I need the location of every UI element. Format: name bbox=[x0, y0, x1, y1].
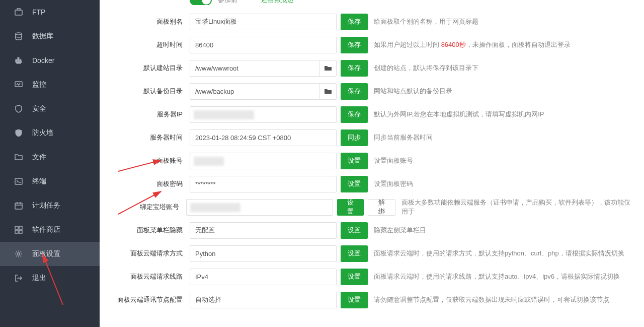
set-button[interactable]: 设置 bbox=[341, 222, 368, 239]
sidebar-item-schedule[interactable]: 计划任务 bbox=[0, 193, 100, 218]
monitor-icon bbox=[14, 80, 23, 89]
svg-rect-5 bbox=[20, 59, 21, 61]
backup-path-input[interactable] bbox=[190, 83, 337, 100]
label: 超时时间 bbox=[112, 40, 190, 49]
save-button[interactable]: 保存 bbox=[341, 37, 368, 53]
sidebar-item-label: 防火墙 bbox=[32, 128, 53, 138]
help: 网站和站点默认的备份目录 bbox=[374, 87, 452, 96]
help: 面板请求云端时，使用的请求方式，默认支持python、curl、php，请根据实… bbox=[374, 249, 624, 258]
logout-icon bbox=[14, 274, 23, 283]
svg-rect-10 bbox=[15, 226, 18, 229]
cloud-method-input[interactable] bbox=[190, 245, 337, 262]
save-button[interactable]: 保存 bbox=[341, 106, 368, 123]
sidebar-item-label: 终端 bbox=[32, 177, 46, 186]
ftp-icon bbox=[14, 8, 23, 17]
unbind-button[interactable]: 解绑 bbox=[368, 199, 395, 216]
svg-rect-6 bbox=[18, 57, 19, 59]
sidebar-item-label: 计划任务 bbox=[32, 201, 60, 210]
svg-point-14 bbox=[18, 253, 20, 255]
database-icon bbox=[14, 32, 23, 41]
sidebar-item-label: 数据库 bbox=[32, 32, 53, 41]
timeout-input[interactable] bbox=[190, 37, 337, 53]
sidebar-item-label: 面板设置 bbox=[32, 249, 60, 258]
sidebar-item-label: 退出 bbox=[32, 274, 46, 283]
cloud-route-input[interactable] bbox=[190, 269, 337, 285]
label: 面板云端请求线路 bbox=[112, 272, 190, 281]
label: 绑定宝塔账号 bbox=[112, 203, 186, 212]
folder-icon bbox=[14, 153, 23, 162]
row-server-time: 服务器时间 同步 同步当前服务器时间 bbox=[100, 126, 644, 149]
label: 默认备份目录 bbox=[112, 87, 190, 96]
svg-rect-4 bbox=[18, 59, 19, 61]
svg-rect-12 bbox=[15, 230, 18, 233]
site-path-input[interactable] bbox=[190, 60, 337, 77]
save-button[interactable]: 保存 bbox=[341, 60, 368, 77]
sidebar-item-label: Docker bbox=[32, 56, 54, 64]
set-button[interactable]: 设置 bbox=[341, 269, 368, 285]
main-content: 参加前 还自愿抵达 面板别名 保存 给面板取个别的名称，用于网页标题 超时时间 … bbox=[100, 0, 644, 327]
save-button[interactable]: 保存 bbox=[341, 83, 368, 100]
help: 面板请求云端时，使用的请求线路，默认支持auto、ipv4、ipv6，请根据实际… bbox=[374, 272, 620, 281]
menu-hide-input[interactable] bbox=[190, 222, 337, 239]
label: 面板别名 bbox=[112, 17, 190, 26]
server-time-input[interactable] bbox=[190, 129, 337, 146]
sidebar-item-terminal[interactable]: 终端 bbox=[0, 169, 100, 193]
save-button[interactable]: 保存 bbox=[341, 14, 368, 30]
row-menu-hide: 面板菜单栏隐藏 设置 隐藏左侧菜单栏目 bbox=[100, 219, 644, 242]
set-button[interactable]: 设置 bbox=[341, 245, 368, 262]
set-button[interactable]: 设置 bbox=[341, 176, 368, 192]
cloud-node-input[interactable] bbox=[190, 292, 337, 308]
row-panel-user: 面板账号 设置 设置面板账号 bbox=[100, 149, 644, 172]
toggle-switch[interactable] bbox=[190, 0, 212, 5]
sidebar-item-files[interactable]: 文件 bbox=[0, 145, 100, 169]
sidebar-item-store[interactable]: 软件商店 bbox=[0, 218, 100, 242]
svg-rect-11 bbox=[19, 226, 22, 229]
row-bind-bt: 绑定宝塔账号 设置 解绑 面板大多数功能依赖云端服务（证书申请，产品购买，软件列… bbox=[100, 195, 644, 219]
sidebar-item-label: 安全 bbox=[32, 104, 46, 113]
sidebar-item-monitor[interactable]: 监控 bbox=[0, 73, 100, 97]
sidebar-item-label: 文件 bbox=[32, 153, 46, 162]
sidebar-item-firewall[interactable]: 防火墙 bbox=[0, 121, 100, 145]
svg-rect-13 bbox=[19, 230, 22, 233]
sidebar-item-label: FTP bbox=[32, 8, 45, 16]
row-timeout: 超时时间 保存 如果用户超过以上时间 86400秒，未操作面板，面板将自动退出登… bbox=[100, 33, 644, 56]
sidebar-item-security[interactable]: 安全 bbox=[0, 97, 100, 121]
schedule-icon bbox=[14, 201, 23, 210]
set-button[interactable]: 设置 bbox=[341, 292, 368, 308]
help: 面板大多数功能依赖云端服务（证书申请，产品购买，软件列表等），该功能仅用于 bbox=[401, 198, 632, 216]
sidebar-item-database[interactable]: 数据库 bbox=[0, 24, 100, 48]
folder-picker-icon[interactable] bbox=[319, 60, 337, 77]
row-cloud-method: 面板云端请求方式 设置 面板请求云端时，使用的请求方式，默认支持python、c… bbox=[100, 242, 644, 265]
help: 设置面板账号 bbox=[374, 156, 413, 165]
row-panel-alias: 面板别名 保存 给面板取个别的名称，用于网页标题 bbox=[100, 10, 644, 33]
sidebar-item-settings[interactable]: 面板设置 bbox=[0, 242, 100, 266]
sidebar: FTP 数据库 Docker 监控 安全 防火墙 文件 终端 计划任务 软件商店… bbox=[0, 0, 100, 327]
set-button[interactable]: 设置 bbox=[341, 153, 368, 169]
panel-pwd-input[interactable] bbox=[190, 176, 337, 192]
label: 面板账号 bbox=[112, 156, 190, 165]
sidebar-item-ftp[interactable]: FTP bbox=[0, 0, 100, 24]
sidebar-item-docker[interactable]: Docker bbox=[0, 48, 100, 73]
top-help: 参加前 还自愿抵达 bbox=[218, 0, 294, 5]
sync-button[interactable]: 同步 bbox=[341, 129, 368, 146]
help: 隐藏左侧菜单栏目 bbox=[374, 226, 426, 235]
svg-rect-3 bbox=[16, 59, 17, 61]
svg-rect-1 bbox=[17, 9, 20, 10]
docker-icon bbox=[14, 56, 23, 65]
terminal-icon bbox=[14, 177, 23, 186]
firewall-icon bbox=[14, 128, 23, 138]
label: 默认建站目录 bbox=[112, 63, 190, 73]
help: 如果用户超过以上时间 86400秒，未操作面板，面板将自动退出登录 bbox=[374, 40, 571, 49]
label: 面板密码 bbox=[112, 179, 190, 188]
folder-picker-icon[interactable] bbox=[319, 83, 337, 100]
sidebar-item-logout[interactable]: 退出 bbox=[0, 266, 100, 290]
row-cloud-node: 面板云端通讯节点配置 设置 请勿随意调整节点配置，仅获取云端数据出现未响应或错误… bbox=[100, 288, 644, 311]
set-button[interactable]: 设置 bbox=[337, 199, 364, 216]
help: 请勿随意调整节点配置，仅获取云端数据出现未响应或错误时，可尝试切换该节点 bbox=[374, 295, 609, 304]
store-icon bbox=[14, 225, 23, 234]
svg-point-2 bbox=[16, 33, 22, 35]
panel-alias-input[interactable] bbox=[190, 14, 337, 30]
sidebar-item-label: 软件商店 bbox=[32, 225, 60, 234]
help: 设置面板密码 bbox=[374, 179, 413, 188]
label: 面板云端通讯节点配置 bbox=[112, 295, 190, 304]
